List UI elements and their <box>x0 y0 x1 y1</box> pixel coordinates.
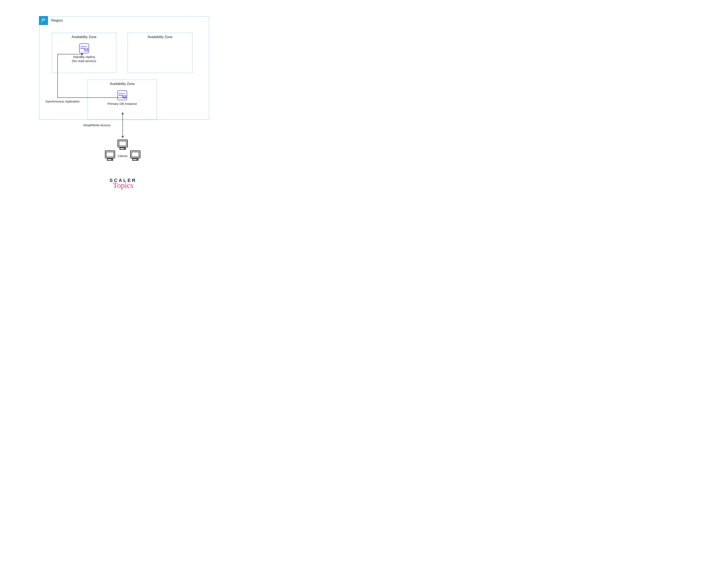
svg-rect-6 <box>119 141 126 146</box>
flag-icon <box>39 16 48 25</box>
read-write-label: Read/Write Access <box>83 123 110 127</box>
client-computer-icon <box>129 150 141 162</box>
az-empty: Availability Zone <box>128 33 192 73</box>
svg-rect-14 <box>132 152 139 157</box>
az-label: Availability Zone <box>88 82 157 86</box>
svg-rect-8 <box>124 148 125 149</box>
svg-rect-16 <box>136 159 137 160</box>
rds-icon: Amazon RDS <box>79 43 89 54</box>
connector-line <box>57 97 127 98</box>
az-label: Availability Zone <box>128 35 192 39</box>
clients-group: Clients <box>97 139 148 162</box>
region-container: Region Availability Zone Amazon RDS Stan… <box>39 16 209 120</box>
standby-caption-2: (No read access) <box>72 59 96 63</box>
svg-rect-10 <box>106 152 113 157</box>
brand-logo: SCALER Topics <box>102 178 145 189</box>
primary-block: Amazon RDS Primary DB Instance <box>88 90 157 106</box>
rds-text-top: Amazon <box>119 92 125 94</box>
standby-block: Amazon RDS Standby replica (No read acce… <box>52 43 116 63</box>
client-computer-icon <box>116 147 129 151</box>
az-label: Availability Zone <box>52 35 116 39</box>
standby-caption-1: Standby replica <box>73 55 95 59</box>
arrow-up-icon <box>121 112 124 114</box>
brand-line2: Topics <box>102 182 145 189</box>
rds-text-bottom: RDS <box>119 94 123 96</box>
clients-label: Clients <box>118 154 128 158</box>
sync-replication-label: Synchronous replication <box>45 100 80 103</box>
svg-rect-12 <box>111 159 112 160</box>
az-standby: Availability Zone Amazon RDS Standby rep… <box>52 33 116 73</box>
connector-line <box>57 54 58 98</box>
connector-line <box>123 113 123 137</box>
rds-text-top: Amazon <box>80 45 87 47</box>
arrow-right-icon <box>81 53 83 55</box>
rds-text-bottom: RDS <box>80 47 84 49</box>
rds-icon: Amazon RDS <box>117 90 127 100</box>
region-label: Region <box>51 19 63 23</box>
primary-caption: Primary DB Instance <box>88 102 157 106</box>
arrow-down-icon <box>121 136 124 138</box>
standby-caption: Standby replica (No read access) <box>52 55 116 63</box>
connector-line <box>57 54 81 54</box>
client-computer-icon <box>104 150 116 162</box>
